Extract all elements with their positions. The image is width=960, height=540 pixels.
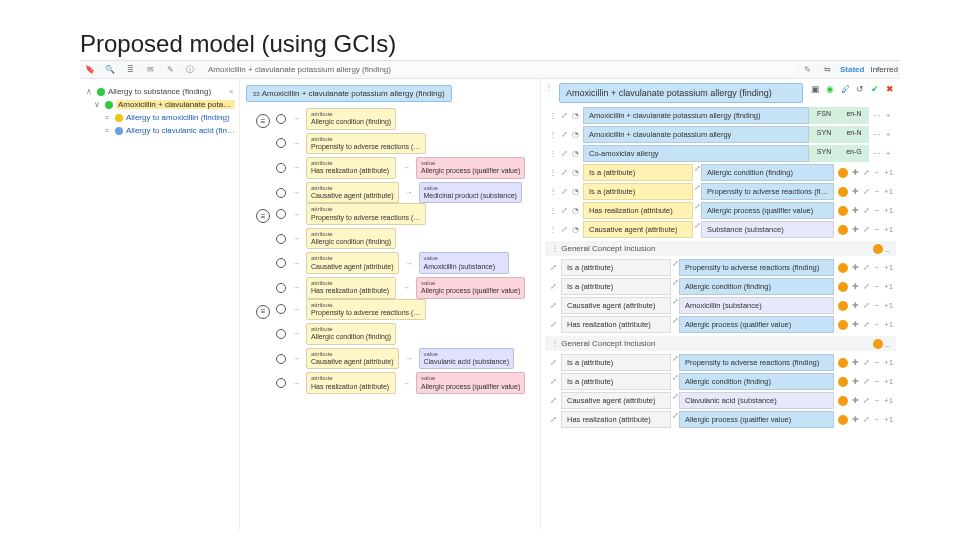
attribute-chip[interactable]: attributePropensity to adverse reactions… [306, 299, 426, 321]
status-icon[interactable]: ◔ [571, 149, 579, 158]
attribute-chip[interactable]: attributeCausative agent (attribute) [306, 182, 399, 204]
view-toggle[interactable]: Stated Inferred [840, 65, 898, 74]
attribute-chip[interactable]: attributePropensity to adverse reactions… [306, 203, 426, 225]
priority-icon[interactable] [838, 396, 848, 406]
expand-icon[interactable]: ⤢ [549, 320, 557, 329]
expand-icon[interactable]: ⤢ [862, 282, 870, 291]
expand-icon[interactable]: ⤢ [560, 168, 568, 177]
plus-icon[interactable]: + [884, 130, 892, 139]
expand-icon[interactable]: ⤢ [862, 206, 870, 215]
description-text[interactable]: Amoxicillin + clavulanate potassium alle… [583, 107, 809, 124]
expand-icon[interactable]: ⤢ [862, 301, 870, 310]
priority-icon[interactable] [838, 225, 848, 235]
minus-icon[interactable]: − [873, 168, 881, 177]
expand-icon[interactable]: ⤢ [693, 202, 701, 219]
tree-child[interactable]: =Allergy to amoxicillin (finding) [84, 111, 235, 124]
minus-icon[interactable]: − [873, 396, 881, 405]
expand-icon[interactable]: ⤢ [549, 301, 557, 310]
tree-parent[interactable]: ∧ Allergy to substance (finding) × [84, 85, 235, 98]
relationship-val[interactable]: Allergic process (qualifier value) [679, 316, 834, 333]
minus-icon[interactable]: − [873, 377, 881, 386]
toggle-icon[interactable]: ⇆ [820, 65, 836, 74]
expand-icon[interactable]: ⤢ [549, 282, 557, 291]
accept-icon[interactable]: ✚ [851, 282, 859, 291]
drag-handle-icon[interactable]: ⋮ [549, 225, 557, 234]
plus-icon[interactable]: + [884, 111, 892, 120]
expand-icon[interactable]: ⤢ [671, 259, 679, 276]
bookmark-icon[interactable]: 🔖 [82, 65, 98, 74]
priority-icon[interactable] [873, 244, 883, 254]
relationship-val[interactable]: Allergic condition (finding) [701, 164, 834, 181]
expand-icon[interactable]: ⤢ [671, 278, 679, 295]
expand-icon[interactable]: ⤢ [671, 392, 679, 409]
expand-icon[interactable]: ⤢ [549, 358, 557, 367]
relationship-attr[interactable]: Is a (attribute) [561, 259, 671, 276]
edit-icon[interactable]: 🖊 [839, 83, 851, 95]
expand-icon[interactable]: ⤢ [862, 320, 870, 329]
minus-icon[interactable]: − [873, 225, 881, 234]
priority-icon[interactable] [873, 339, 883, 349]
minus-icon[interactable]: − [873, 187, 881, 196]
attribute-chip[interactable]: attributeHas realization (attribute) [306, 157, 396, 179]
equivalence-node-icon[interactable]: ≡ [256, 209, 270, 223]
minus-icon[interactable]: − [873, 415, 881, 424]
value-chip[interactable]: valueAmoxicillin (substance) [419, 252, 509, 274]
status-icon[interactable]: ◔ [571, 130, 579, 139]
inferred-label[interactable]: Inferred [870, 65, 898, 74]
more-icon[interactable]: ⋯ [873, 111, 881, 120]
more-icon[interactable]: ⋯ [873, 130, 881, 139]
expand-icon[interactable]: ⤢ [693, 164, 701, 181]
accept-icon[interactable]: ✚ [851, 187, 859, 196]
drag-handle-icon[interactable]: ⋮ [549, 149, 557, 158]
priority-icon[interactable] [838, 415, 848, 425]
value-chip[interactable]: valueAllergic process (qualifier value) [416, 157, 525, 179]
relationship-attr[interactable]: Has realization (attribute) [583, 202, 693, 219]
expand-icon[interactable]: ⤢ [862, 415, 870, 424]
attribute-chip[interactable]: attributeHas realization (attribute) [306, 277, 396, 299]
accept-icon[interactable]: ✚ [851, 396, 859, 405]
status-icon[interactable]: ◔ [571, 206, 579, 215]
relationship-val[interactable]: Propensity to adverse reactions (finding… [679, 259, 834, 276]
priority-icon[interactable] [838, 358, 848, 368]
expand-icon[interactable]: ⤢ [671, 354, 679, 371]
expand-icon[interactable]: ⤢ [549, 377, 557, 386]
relationship-val[interactable]: Amoxicillin (substance) [679, 297, 834, 314]
close-icon[interactable]: × [227, 87, 235, 96]
minus-icon[interactable]: − [885, 247, 890, 256]
drag-handle-icon[interactable]: ⋮ [545, 83, 553, 92]
relationship-attr[interactable]: Has realization (attribute) [561, 316, 671, 333]
expand-icon[interactable]: ⤢ [671, 373, 679, 390]
drag-handle-icon[interactable]: ⋮ [549, 206, 557, 215]
expand-icon[interactable]: ⤢ [560, 130, 568, 139]
minus-icon[interactable]: − [873, 206, 881, 215]
attribute-chip[interactable]: attributeCausative agent (attribute) [306, 252, 399, 274]
equivalence-node-icon[interactable]: ≡ [256, 114, 270, 128]
value-chip[interactable]: valueClavulanic acid (substance) [419, 348, 515, 370]
drag-handle-icon[interactable]: ⋮ [551, 244, 559, 253]
attribute-chip[interactable]: attributeCausative agent (attribute) [306, 348, 399, 370]
expand-icon[interactable]: ⤢ [862, 168, 870, 177]
relationship-attr[interactable]: Is a (attribute) [561, 278, 671, 295]
collapse-icon[interactable]: ∧ [84, 87, 94, 96]
description-text[interactable]: Amoxicillin + clavulanate potassium alle… [583, 126, 809, 143]
search-icon[interactable]: 🔍 [102, 65, 118, 74]
accept-icon[interactable]: ✚ [851, 301, 859, 310]
relationship-val[interactable]: Allergic process (qualifier value) [679, 411, 834, 428]
priority-icon[interactable] [838, 377, 848, 387]
expand-icon[interactable]: ⤢ [862, 225, 870, 234]
expand-icon[interactable]: ⤢ [560, 149, 568, 158]
expand-icon[interactable]: ⤢ [560, 187, 568, 196]
accept-icon[interactable]: ✚ [851, 377, 859, 386]
accept-icon[interactable]: ✚ [851, 358, 859, 367]
minus-icon[interactable]: − [885, 342, 890, 351]
accept-icon[interactable]: ✚ [851, 225, 859, 234]
accept-icon[interactable]: ✚ [851, 263, 859, 272]
attribute-chip[interactable]: attributePropensity to adverse reactions… [306, 133, 426, 155]
priority-icon[interactable] [838, 320, 848, 330]
expand-icon[interactable]: ⤢ [549, 415, 557, 424]
equivalence-node-icon[interactable]: ≡ [256, 305, 270, 319]
attribute-chip[interactable]: attributeAllergic condition (finding) [306, 323, 396, 345]
drag-handle-icon[interactable]: ⋮ [549, 111, 557, 120]
relationship-attr[interactable]: Causative agent (attribute) [561, 392, 671, 409]
tree-selected[interactable]: ∨ Amoxicillin + clavulanate potassium al… [84, 98, 235, 111]
